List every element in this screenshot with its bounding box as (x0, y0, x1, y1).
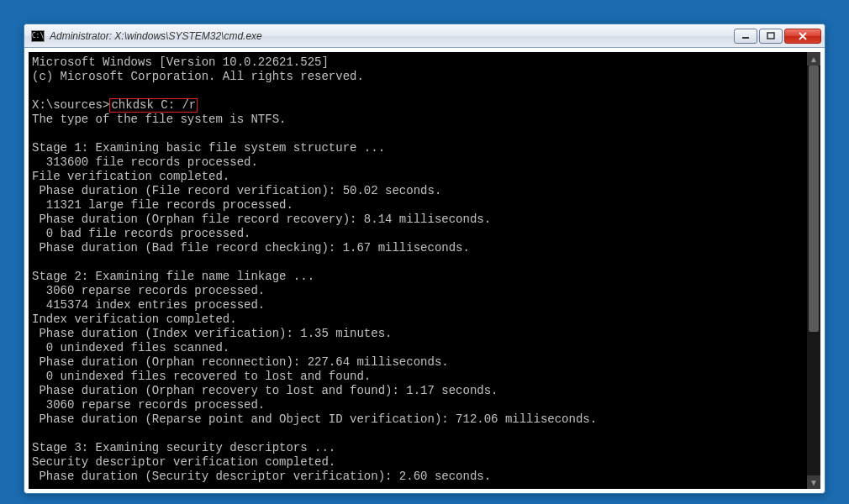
scroll-thumb[interactable] (809, 66, 819, 332)
console-wrap: Microsoft Windows [Version 10.0.22621.52… (24, 48, 825, 493)
scroll-down-icon[interactable]: ▼ (807, 475, 820, 489)
svg-rect-1 (767, 33, 774, 39)
scroll-up-icon[interactable]: ▲ (807, 52, 820, 66)
minimize-button[interactable] (734, 29, 757, 44)
window-title: Administrator: X:\windows\SYSTEM32\cmd.e… (50, 30, 734, 42)
window-controls (734, 29, 821, 44)
cmd-icon: C:\ (31, 30, 45, 42)
scroll-track[interactable] (807, 66, 820, 475)
command-highlight: chkdsk C: /r (109, 98, 198, 113)
svg-rect-0 (742, 37, 749, 39)
titlebar[interactable]: C:\ Administrator: X:\windows\SYSTEM32\c… (24, 24, 825, 48)
maximize-button[interactable] (759, 29, 783, 44)
scrollbar[interactable]: ▲ ▼ (807, 52, 820, 489)
console-output[interactable]: Microsoft Windows [Version 10.0.22621.52… (29, 52, 807, 489)
cmd-window: C:\ Administrator: X:\windows\SYSTEM32\c… (24, 24, 825, 494)
close-button[interactable] (784, 29, 821, 44)
